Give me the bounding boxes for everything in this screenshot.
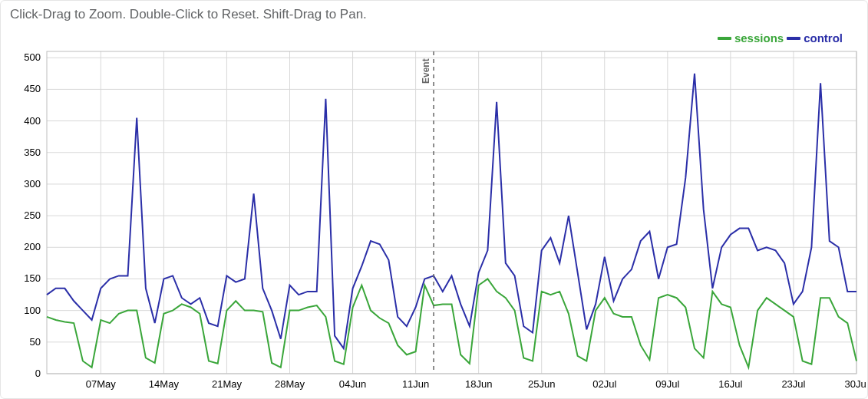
x-tick-label: 04Jun	[339, 378, 366, 390]
x-tick-label: 14May	[149, 378, 180, 390]
y-tick-label: 400	[24, 115, 41, 127]
chart-hint-text: Click-Drag to Zoom. Double-Click to Rese…	[1, 5, 867, 22]
y-tick-label: 200	[24, 241, 41, 252]
y-tick-label: 450	[24, 83, 41, 94]
legend-label-sessions: sessions	[734, 31, 784, 45]
chart-legend: sessions control	[718, 31, 843, 45]
legend-item-control[interactable]: control	[787, 31, 843, 45]
x-tick-label: 18Jun	[465, 378, 492, 390]
x-tick-label: 28May	[275, 378, 305, 390]
y-tick-label: 300	[24, 178, 41, 190]
x-tick-label: 21May	[212, 378, 243, 390]
y-tick-label: 150	[24, 272, 41, 284]
series-sessions[interactable]	[47, 279, 856, 368]
x-tick-label: 23Jul	[781, 378, 805, 390]
event-marker-label: Event	[421, 58, 431, 84]
x-tick-label: 30Jul	[844, 378, 866, 390]
chart-plot-area[interactable]: 05010015020025030035040045050007May14May…	[8, 28, 864, 394]
x-tick-label: 25Jun	[528, 378, 555, 390]
y-tick-label: 50	[30, 336, 41, 348]
chart-panel: Click-Drag to Zoom. Double-Click to Rese…	[0, 0, 868, 399]
legend-swatch-sessions	[718, 37, 731, 40]
y-tick-label: 100	[24, 305, 41, 316]
y-tick-label: 500	[24, 51, 41, 63]
legend-label-control: control	[804, 31, 843, 45]
x-tick-label: 16Jul	[718, 378, 742, 390]
x-tick-label: 09Jul	[655, 378, 679, 390]
legend-swatch-control	[787, 37, 800, 40]
y-tick-label: 350	[24, 147, 41, 158]
y-tick-label: 250	[24, 209, 41, 221]
x-tick-label: 02Jul	[592, 378, 616, 390]
y-tick-label: 0	[35, 368, 41, 379]
line-chart-svg[interactable]: 05010015020025030035040045050007May14May…	[8, 28, 866, 395]
legend-item-sessions[interactable]: sessions	[718, 31, 784, 45]
x-tick-label: 11Jun	[402, 378, 429, 390]
x-tick-label: 07May	[86, 378, 117, 390]
